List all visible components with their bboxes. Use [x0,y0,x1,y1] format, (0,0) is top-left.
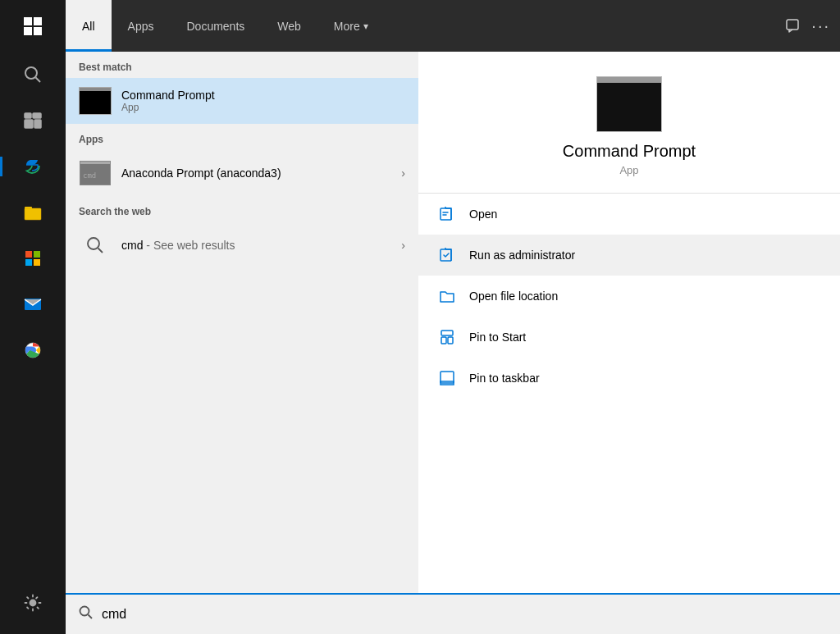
cmd-web-arrow-icon: › [401,239,405,252]
svg-point-4 [25,67,37,79]
svg-rect-9 [34,120,41,128]
svg-line-26 [98,249,103,253]
action-open-label: Open [469,208,497,221]
detail-header: Command Prompt App [418,52,840,194]
action-pin-taskbar-label: Pin to taskbar [469,372,540,385]
svg-rect-1 [34,17,42,25]
svg-rect-7 [33,113,41,118]
tab-apps[interactable]: Apps [112,0,171,52]
main-content: All Apps Documents Web More ▾ [66,0,840,634]
command-prompt-icon [79,84,112,117]
svg-rect-0 [24,17,32,25]
sidebar-item-settings[interactable] [0,580,66,626]
ellipsis-icon: ··· [811,16,830,35]
sidebar-item-edge[interactable] [0,144,66,189]
result-item-cmd-web[interactable]: cmd - See web results › [66,222,418,268]
action-list: Open Run as administrator [418,194,840,399]
more-options-button[interactable]: ··· [811,16,830,35]
web-label: Search the web [66,196,418,222]
detail-subtitle: App [619,164,638,176]
svg-point-20 [30,600,36,606]
folder-action-icon [439,288,455,304]
fileexplorer-icon [24,203,42,221]
searchbar-magnifier-icon [79,605,94,620]
action-file-location-label: Open file location [469,290,558,303]
svg-rect-29 [441,331,453,335]
anaconda-prompt-icon: cmd [80,162,110,185]
detail-app-icon [596,76,662,132]
apps-label: Apps [66,124,418,150]
svg-rect-21 [787,20,798,30]
edge-icon [24,157,42,176]
svg-point-25 [88,238,99,249]
open-icon [438,205,456,223]
svg-rect-8 [25,120,33,128]
settings-icon [24,594,42,612]
pin-taskbar-icon [438,369,456,387]
topbar: All Apps Documents Web More ▾ [66,0,840,52]
pin-start-action-icon [439,329,455,345]
chrome-icon [24,341,42,359]
search-bar-icon [79,605,94,623]
action-open-file-location[interactable]: Open file location [418,276,840,317]
magnifier-icon [86,236,104,254]
results-list: Best match Command Prompt App Apps [66,52,418,593]
svg-line-5 [36,78,41,83]
svg-rect-2 [24,27,32,35]
svg-rect-31 [448,337,453,344]
anaconda-icon: cmd [79,157,112,189]
svg-rect-14 [34,251,40,258]
svg-rect-15 [25,259,32,266]
pin-start-icon [438,328,456,346]
sidebar-item-mail[interactable] [0,281,66,327]
svg-point-34 [80,607,89,616]
admin-action-icon [439,247,455,263]
tab-all[interactable]: All [66,0,112,52]
store-icon [24,249,42,267]
cmd-web-text: cmd - See web results [121,239,401,252]
command-prompt-text: Command Prompt App [121,89,405,113]
action-run-as-admin[interactable]: Run as administrator [418,235,840,276]
anaconda-text: Anaconda Prompt (anaconda3) [121,166,401,180]
svg-rect-6 [25,113,31,118]
folder-icon [438,287,456,305]
cmd-web-title: cmd - See web results [121,239,401,252]
tab-more[interactable]: More ▾ [317,0,385,52]
svg-rect-27 [441,208,451,220]
action-admin-label: Run as administrator [469,249,575,262]
web-search-icon [79,229,112,262]
svg-rect-13 [25,251,32,258]
sidebar-item-fileexplorer[interactable] [0,189,66,235]
result-item-anaconda[interactable]: cmd Anaconda Prompt (anaconda3) › [66,150,418,196]
svg-rect-10 [25,208,41,220]
search-panel: Best match Command Prompt App Apps [66,52,840,593]
pin-taskbar-action-icon [439,370,455,386]
action-pin-to-start[interactable]: Pin to Start [418,317,840,358]
tab-documents[interactable]: Documents [170,0,261,52]
svg-rect-28 [441,249,451,261]
sidebar-item-taskview[interactable] [0,98,66,144]
search-icon [24,66,42,84]
topbar-right: ··· [785,0,840,52]
feedback-button[interactable] [785,18,801,34]
svg-line-35 [89,615,93,619]
sidebar [0,0,66,634]
tab-web[interactable]: Web [261,0,317,52]
sidebar-item-search[interactable] [0,52,66,98]
svg-rect-16 [34,259,40,266]
detail-title: Command Prompt [563,142,696,161]
open-action-icon [439,206,455,222]
action-open[interactable]: Open [418,194,840,235]
action-pin-to-taskbar[interactable]: Pin to taskbar [418,358,840,399]
windows-start-button[interactable] [0,0,66,52]
svg-rect-30 [441,337,446,344]
detail-panel: Command Prompt App Open [418,52,840,593]
svg-text:cmd: cmd [83,171,96,180]
search-input[interactable] [102,607,827,622]
svg-rect-3 [34,27,42,35]
result-item-command-prompt[interactable]: Command Prompt App [66,78,418,124]
sidebar-item-store[interactable] [0,235,66,281]
anaconda-arrow-icon: › [401,166,405,180]
feedback-icon [785,18,801,34]
sidebar-item-chrome[interactable] [0,327,66,373]
